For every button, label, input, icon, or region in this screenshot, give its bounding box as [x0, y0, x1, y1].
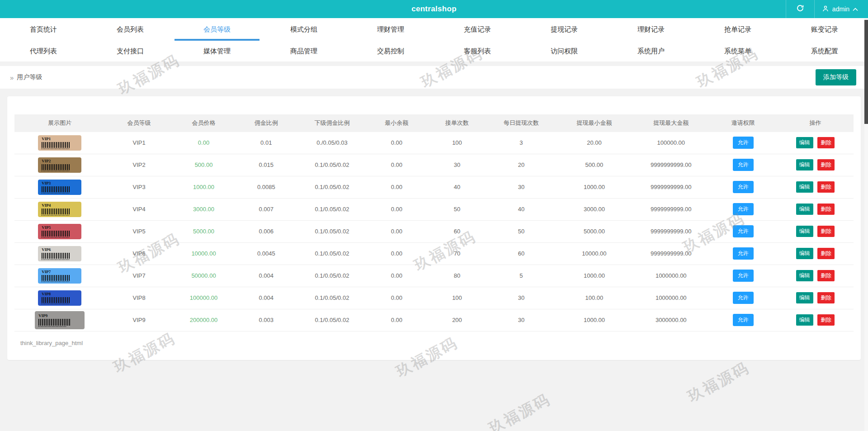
col-orders: 接单次数	[427, 114, 487, 132]
breadcrumb-marker: »	[10, 74, 14, 81]
vip-image-label: VIP6	[42, 247, 81, 252]
tab-trade-control[interactable]: 交易控制	[347, 41, 434, 62]
barcode-digits	[42, 215, 70, 216]
edit-button[interactable]: 编辑	[796, 292, 813, 303]
table-row: VIP5 VIP5 5000.00 0.006 0.1/0.05/0.02 0.…	[14, 220, 854, 242]
cell-orders: 30	[427, 154, 487, 176]
edit-button[interactable]: 编辑	[796, 270, 813, 281]
table-row: VIP7 VIP7 50000.00 0.004 0.1/0.05/0.02 0…	[14, 265, 854, 287]
page-title: 用户等级	[17, 73, 42, 81]
user-menu[interactable]: admin	[815, 0, 865, 18]
delete-button[interactable]: 删除	[817, 204, 835, 215]
tab-service-list[interactable]: 客服列表	[434, 41, 521, 62]
tab-order-grab-records[interactable]: 抢单记录	[694, 18, 781, 41]
add-level-button[interactable]: 添加等级	[816, 69, 856, 85]
cell-orders: 50	[427, 198, 487, 220]
tab-home-stats[interactable]: 首页统计	[0, 18, 87, 41]
allow-button[interactable]: 允许	[733, 159, 754, 171]
edit-button[interactable]: 编辑	[796, 226, 813, 237]
edit-button[interactable]: 编辑	[796, 204, 813, 215]
allow-button[interactable]: 允许	[733, 292, 754, 304]
tab-recharge-records[interactable]: 充值记录	[434, 18, 521, 41]
edit-button[interactable]: 编辑	[796, 248, 813, 259]
tab-withdraw-records[interactable]: 提现记录	[521, 18, 608, 41]
cell-withdraw-max: 9999999999.00	[633, 154, 709, 176]
cell-min-balance: 0.00	[366, 220, 427, 242]
divider	[0, 62, 868, 66]
tab-media-manage[interactable]: 媒体管理	[174, 41, 260, 62]
delete-button[interactable]: 删除	[817, 181, 835, 193]
table-row: VIP9 VIP9 200000.00 0.003 0.1/0.05/0.02 …	[14, 309, 854, 331]
cell-price: 100000.00	[173, 287, 234, 309]
delete-button[interactable]: 删除	[817, 314, 835, 326]
cell-daily-withdrawals: 60	[487, 242, 556, 265]
tab-member-list[interactable]: 会员列表	[87, 18, 174, 41]
cell-orders: 200	[427, 309, 487, 331]
tab-agent-list[interactable]: 代理列表	[0, 41, 87, 62]
level-table-card: 展示图片 会员等级 会员价格 佣金比例 下级佣金比例 最小余额 接单次数 每日提…	[7, 96, 861, 360]
refresh-button[interactable]	[786, 0, 815, 18]
allow-button[interactable]: 允许	[733, 314, 754, 326]
cell-price: 500.00	[173, 154, 234, 176]
allow-button[interactable]: 允许	[733, 270, 754, 282]
barcode-stripes	[42, 231, 70, 237]
delete-button[interactable]: 删除	[817, 248, 835, 259]
allow-button[interactable]: 允许	[733, 247, 754, 260]
tab-balance-change-records[interactable]: 账变记录	[781, 18, 868, 41]
cell-withdraw-min: 3000.00	[556, 198, 633, 220]
vip-image-label: VIP8	[42, 292, 81, 296]
cell-withdraw-min: 5000.00	[556, 220, 633, 242]
delete-button[interactable]: 删除	[817, 226, 835, 237]
vip-barcode-image: VIP5	[38, 224, 81, 239]
barcode-stripes	[42, 275, 70, 281]
cell-orders: 100	[427, 287, 487, 309]
allow-button[interactable]: 允许	[733, 181, 754, 193]
cell-commission: 0.004	[234, 265, 298, 287]
cell-commission: 0.007	[234, 198, 298, 220]
tab-system-menu[interactable]: 系统菜单	[694, 41, 781, 62]
col-sub-commission: 下级佣金比例	[298, 114, 366, 132]
cell-price: 200000.00	[173, 309, 234, 331]
barcode-digits	[42, 259, 70, 260]
cell-price: 3000.00	[173, 198, 234, 220]
cell-level: VIP1	[105, 132, 173, 154]
vertical-scrollbar[interactable]	[864, 18, 868, 431]
allow-button[interactable]: 允许	[733, 137, 754, 149]
cell-commission: 0.01	[234, 132, 298, 154]
cell-price: 1000.00	[173, 176, 234, 198]
barcode-digits	[42, 281, 70, 282]
delete-button[interactable]: 删除	[817, 270, 835, 281]
tab-system-config[interactable]: 系统配置	[781, 41, 868, 62]
tab-mode-group[interactable]: 模式分组	[260, 18, 347, 41]
tab-access-rights[interactable]: 访问权限	[521, 41, 608, 62]
barcode-digits	[38, 326, 66, 327]
col-price: 会员价格	[173, 114, 234, 132]
app-header: centralshop admin	[0, 0, 868, 18]
allow-button[interactable]: 允许	[733, 225, 754, 237]
delete-button[interactable]: 删除	[817, 292, 835, 303]
edit-button[interactable]: 编辑	[796, 137, 813, 148]
edit-button[interactable]: 编辑	[796, 181, 813, 193]
delete-button[interactable]: 删除	[817, 137, 835, 148]
cell-commission: 0.0045	[234, 242, 298, 265]
breadcrumb: » 用户等级	[10, 73, 42, 81]
cell-commission: 0.015	[234, 154, 298, 176]
barcode-stripes	[42, 297, 70, 303]
vip-barcode-image: VIP4	[38, 202, 81, 217]
edit-button[interactable]: 编辑	[796, 314, 813, 326]
tab-finance-records[interactable]: 理财记录	[608, 18, 694, 41]
watermark: 玖福源码	[486, 389, 554, 431]
cell-daily-withdrawals: 5	[487, 265, 556, 287]
tab-finance-manage[interactable]: 理财管理	[347, 18, 434, 41]
tab-member-level[interactable]: 会员等级	[174, 18, 260, 41]
tab-product-manage[interactable]: 商品管理	[260, 41, 347, 62]
tab-system-users[interactable]: 系统用户	[608, 41, 694, 62]
scrollbar-thumb[interactable]	[864, 20, 868, 124]
barcode-digits	[42, 303, 70, 304]
cell-sub-commission: 0.1/0.05/0.02	[298, 287, 366, 309]
allow-button[interactable]: 允许	[733, 203, 754, 215]
tab-payment-api[interactable]: 支付接口	[87, 41, 174, 62]
cell-withdraw-min: 1000.00	[556, 309, 633, 331]
delete-button[interactable]: 删除	[817, 159, 835, 171]
edit-button[interactable]: 编辑	[796, 159, 813, 171]
